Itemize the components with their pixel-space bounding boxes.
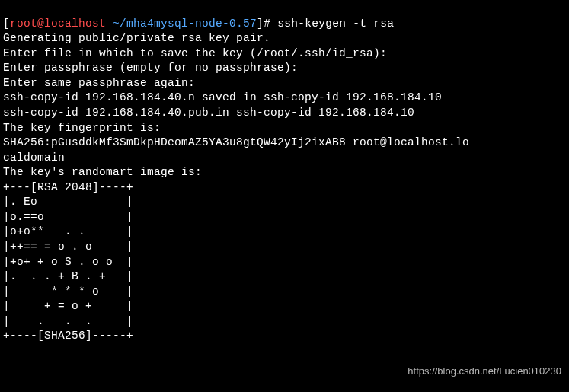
- randomart-line: |++== = o . o |: [3, 241, 133, 253]
- randomart-line: |. Eo |: [3, 196, 133, 208]
- output-line: Enter same passphrase again:: [3, 77, 195, 89]
- randomart-line: |o+o** . . |: [3, 225, 133, 237]
- command-text: ssh-keygen -t rsa: [277, 18, 394, 30]
- randomart-line: +----[SHA256]-----+: [3, 330, 133, 342]
- output-line: SHA256:pGusddkMf3SmDkpHDeomAZ5YA3u8gtQW4…: [3, 136, 469, 148]
- output-line: The key's randomart image is:: [3, 166, 202, 178]
- randomart-line: |. . . + B . + |: [3, 270, 133, 282]
- prompt-user: root: [10, 18, 37, 30]
- randomart-line: |o.==o |: [3, 211, 133, 223]
- prompt-space: [106, 18, 113, 30]
- output-line: Enter file in which to save the key (/ro…: [3, 47, 387, 59]
- output-line: The key fingerprint is:: [3, 122, 161, 134]
- prompt-path: ~/mha4mysql-node-0.57: [113, 18, 257, 30]
- output-line: Generating public/private rsa key pair.: [3, 32, 270, 44]
- randomart-line: +---[RSA 2048]----+: [3, 181, 133, 193]
- output-line: Enter passphrase (empty for no passphras…: [3, 62, 298, 74]
- watermark-text: https://blog.csdn.net/Lucien010230: [408, 365, 561, 378]
- bracket-close: ]: [257, 18, 264, 30]
- randomart-line: | * * * o |: [3, 285, 133, 298]
- terminal[interactable]: [root@localhost ~/mha4mysql-node-0.57]# …: [0, 0, 569, 346]
- output-line: ssh-copy-id 192.168.184.40.pub.in ssh-co…: [3, 107, 414, 119]
- bracket-open: [: [3, 18, 10, 30]
- prompt-line: [root@localhost ~/mha4mysql-node-0.57]# …: [3, 18, 394, 30]
- randomart-line: | + = o + |: [3, 300, 133, 312]
- randomart-line: |+o+ + o S . o o |: [3, 256, 133, 268]
- prompt-at: @: [37, 18, 44, 30]
- prompt-hash: #: [264, 18, 277, 30]
- randomart-line: | . . . |: [3, 315, 133, 327]
- prompt-host: localhost: [44, 18, 106, 30]
- output-line: caldomain: [3, 151, 65, 164]
- output-line: ssh-copy-id 192.168.184.40.n saved in ss…: [3, 91, 442, 104]
